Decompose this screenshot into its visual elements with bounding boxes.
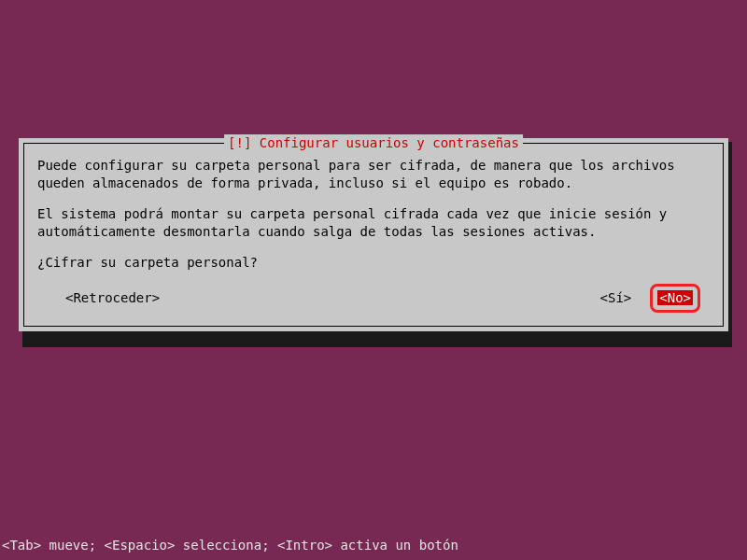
right-button-group: <Sí> <No> bbox=[600, 284, 700, 313]
dialog-title: [!] Configurar usuarios y contraseñas bbox=[224, 134, 523, 152]
no-button-highlight: <No> bbox=[650, 284, 700, 313]
no-button[interactable]: <No> bbox=[657, 290, 693, 305]
back-button[interactable]: <Retroceder> bbox=[65, 289, 160, 307]
dialog-paragraph-2: El sistema podrá montar su carpeta perso… bbox=[37, 205, 710, 241]
dialog-paragraph-1: Puede configurar su carpeta personal par… bbox=[37, 157, 710, 192]
button-row: <Retroceder> <Sí> <No> bbox=[37, 284, 710, 313]
yes-button[interactable]: <Sí> bbox=[600, 289, 632, 307]
dialog-question: ¿Cifrar su carpeta personal? bbox=[37, 254, 710, 272]
dialog-box: [!] Configurar usuarios y contraseñas Pu… bbox=[19, 138, 728, 331]
help-bar: <Tab> mueve; <Espacio> selecciona; <Intr… bbox=[2, 537, 458, 554]
dialog-inner: [!] Configurar usuarios y contraseñas Pu… bbox=[23, 143, 724, 327]
